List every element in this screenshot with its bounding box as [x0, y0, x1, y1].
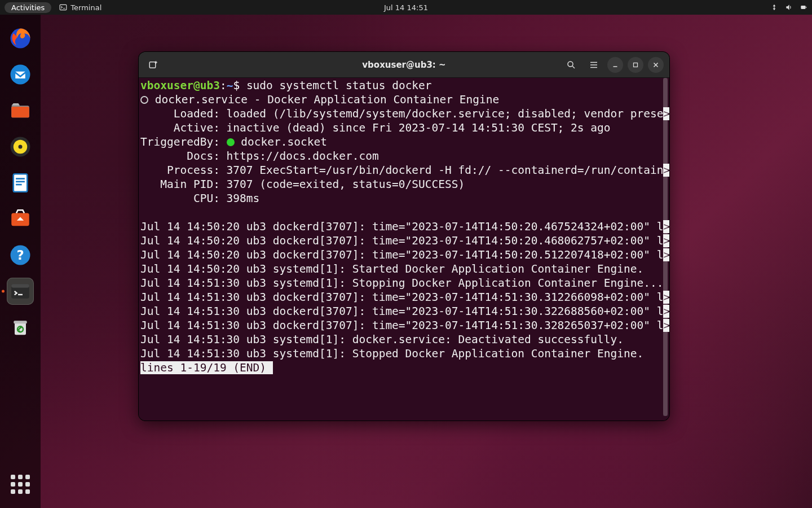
top-bar: Activities Terminal Jul 14 14:51: [0, 0, 812, 15]
window-title: vboxuser@ub3: ~: [362, 60, 445, 70]
terminal-window: vboxuser@ub3: ~ vboxuser@ub3:~$ sudo sys…: [139, 52, 669, 421]
active-app-label: Terminal: [70, 3, 102, 12]
network-icon[interactable]: [770, 3, 778, 11]
hamburger-menu-button[interactable]: [585, 56, 603, 74]
svg-rect-12: [16, 178, 25, 179]
minimize-button[interactable]: [607, 57, 623, 73]
maximize-icon: [632, 62, 639, 68]
dock-item-ubuntu-software[interactable]: [7, 205, 34, 233]
dock-item-files[interactable]: [7, 97, 34, 124]
svg-text:?: ?: [16, 248, 24, 262]
dock-item-firefox[interactable]: [7, 25, 34, 52]
svg-rect-1: [801, 6, 805, 9]
activities-button[interactable]: Activities: [5, 2, 51, 13]
volume-icon[interactable]: [785, 3, 793, 11]
dock-item-help[interactable]: ?: [7, 242, 34, 269]
search-icon: [566, 60, 576, 70]
dock-item-thunderbird[interactable]: [7, 61, 34, 88]
running-indicator: [2, 290, 5, 293]
svg-rect-20: [18, 294, 23, 295]
svg-rect-0: [60, 5, 67, 10]
svg-rect-19: [11, 284, 29, 287]
scrollbar[interactable]: [663, 78, 668, 416]
window-titlebar[interactable]: vboxuser@ub3: ~: [139, 52, 669, 78]
active-app-indicator[interactable]: Terminal: [59, 3, 102, 12]
hamburger-icon: [589, 60, 599, 70]
terminal-icon: [59, 3, 67, 11]
svg-rect-24: [149, 62, 156, 68]
clock[interactable]: Jul 14 14:51: [384, 3, 428, 12]
svg-rect-2: [806, 7, 806, 8]
dock-item-libreoffice-writer[interactable]: [7, 169, 34, 196]
terminal-output[interactable]: vboxuser@ub3:~$ sudo systemctl status do…: [139, 78, 669, 421]
minimize-icon: [612, 62, 619, 68]
svg-point-9: [19, 145, 23, 149]
dock-item-terminal[interactable]: [7, 278, 34, 305]
close-button[interactable]: [648, 57, 664, 73]
svg-rect-13: [16, 181, 25, 183]
close-icon: [652, 62, 659, 68]
new-tab-button[interactable]: [144, 56, 162, 74]
svg-rect-10: [14, 174, 28, 192]
svg-rect-26: [634, 63, 638, 67]
dock-item-trash[interactable]: [7, 314, 34, 341]
svg-rect-6: [11, 107, 29, 117]
dock: ?: [0, 15, 41, 508]
svg-point-25: [568, 62, 573, 67]
battery-icon[interactable]: [800, 3, 807, 11]
maximize-button[interactable]: [628, 57, 643, 73]
dock-item-rhythmbox[interactable]: [7, 133, 34, 160]
search-button[interactable]: [562, 56, 580, 74]
svg-rect-22: [14, 321, 27, 323]
show-applications-button[interactable]: [7, 471, 34, 498]
svg-rect-14: [16, 184, 22, 186]
